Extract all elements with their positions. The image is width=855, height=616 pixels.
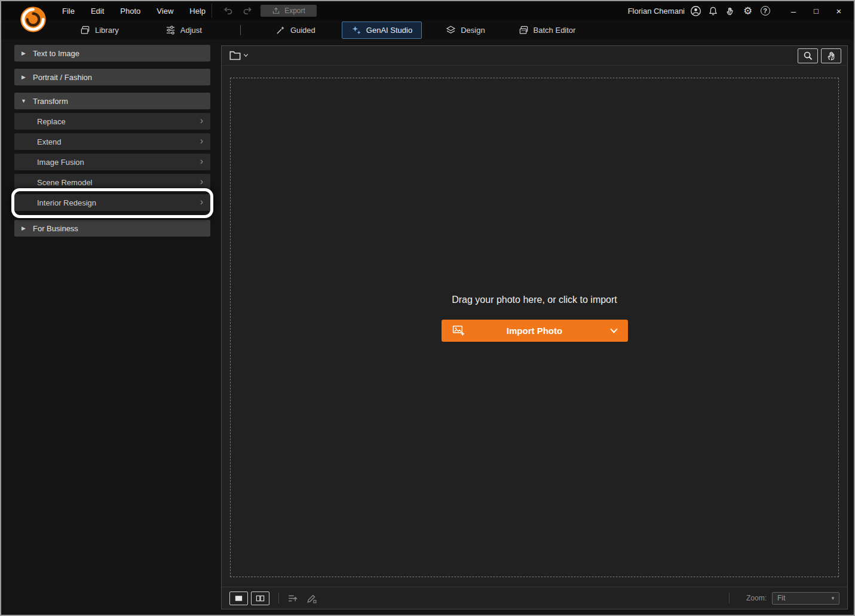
sidebar-item-image-fusion[interactable]: Image Fusion › — [14, 154, 210, 170]
section-label: For Business — [33, 224, 78, 233]
feedback-button[interactable] — [725, 4, 736, 17]
undo-button[interactable] — [221, 4, 234, 17]
tab-library[interactable]: Library — [80, 25, 119, 35]
tab-design[interactable]: Design — [446, 25, 485, 35]
menu-photo[interactable]: Photo — [120, 7, 140, 16]
user-circle-icon — [690, 5, 701, 17]
single-view-icon — [234, 594, 244, 603]
library-icon — [80, 25, 90, 35]
compare-view-icon — [255, 594, 265, 603]
menu-view[interactable]: View — [157, 7, 173, 16]
workspace-panel: Drag your photo here, or click to import… — [221, 45, 848, 609]
tab-genai-label: GenAI Studio — [366, 26, 412, 35]
tab-genai-studio-active[interactable]: GenAI Studio — [342, 22, 422, 39]
titlebar-right-cluster: Florian Chemani ⚙ ? – □ × — [628, 1, 850, 20]
transform-items: Replace › Extend › Image Fusion › Scene … — [14, 113, 210, 211]
sidebar-section-portrait-fashion[interactable]: ▶ Portrait / Fashion — [14, 69, 210, 85]
chevron-right-icon: › — [200, 116, 203, 127]
history-controls — [221, 1, 255, 20]
tab-batch-label: Batch Editor — [534, 26, 576, 35]
import-dropdown-chevron-icon — [609, 327, 618, 334]
collapsed-triangle-icon: ▶ — [14, 225, 33, 231]
sidebar-item-interior-redesign[interactable]: Interior Redesign › — [14, 194, 210, 211]
menu-bar: File Edit Photo View Help — [62, 1, 206, 20]
sidebar-item-replace[interactable]: Replace › — [14, 113, 210, 130]
item-label: Image Fusion — [37, 158, 84, 167]
settings-button[interactable]: ⚙ — [742, 4, 753, 17]
batch-editor-icon — [519, 25, 529, 35]
genai-sparkles-icon — [351, 25, 361, 35]
sidebar-item-extend[interactable]: Extend › — [14, 133, 210, 150]
single-view-button[interactable] — [229, 592, 248, 605]
chevron-right-icon: › — [200, 136, 203, 147]
pencil-edit-icon — [306, 593, 317, 604]
tab-guided[interactable]: Guided — [275, 25, 315, 35]
edit-in-module-button[interactable] — [304, 591, 318, 605]
section-label: Transform — [33, 97, 68, 106]
status-bar: Zoom: Fit ▼ — [222, 587, 847, 609]
guided-wand-icon — [275, 25, 286, 35]
maximize-button[interactable]: □ — [805, 1, 828, 20]
close-button[interactable]: × — [828, 1, 850, 20]
feedback-hand-icon — [725, 6, 736, 16]
item-label: Interior Redesign — [37, 198, 96, 207]
history-list-button[interactable] — [285, 591, 299, 605]
import-photo-icon — [452, 324, 465, 336]
export-label: Export — [284, 7, 305, 15]
window-controls: – □ × — [782, 1, 850, 20]
menu-edit[interactable]: Edit — [91, 7, 104, 16]
sidebar-item-scene-remodel[interactable]: Scene Remodel › — [14, 174, 210, 191]
bell-icon — [708, 6, 718, 16]
export-icon — [272, 7, 280, 15]
tab-design-label: Design — [461, 26, 485, 35]
item-label: Scene Remodel — [37, 178, 93, 187]
undo-icon — [222, 5, 233, 16]
tab-adjust-label: Adjust — [180, 26, 202, 35]
content-area: ▶ Text to Image ▶ Portrait / Fashion ▼ T… — [1, 39, 854, 615]
drop-zone-content: Drag your photo here, or click to import… — [222, 57, 847, 578]
statusbar-divider — [278, 593, 279, 603]
photo-canvas: Drag your photo here, or click to import… — [222, 66, 847, 587]
import-photo-button[interactable]: Import Photo — [442, 320, 628, 342]
help-button[interactable]: ? — [759, 4, 771, 17]
tab-library-label: Library — [95, 26, 119, 35]
chevron-right-icon: › — [200, 157, 203, 167]
tab-batch-editor[interactable]: Batch Editor — [519, 25, 576, 35]
list-export-icon — [287, 593, 298, 604]
zoom-value: Fit — [777, 594, 785, 602]
chevron-right-icon: › — [200, 177, 203, 188]
import-photo-label: Import Photo — [507, 326, 562, 336]
account-avatar-button[interactable] — [690, 4, 701, 17]
compare-view-button[interactable] — [251, 592, 269, 605]
item-label: Replace — [37, 117, 66, 126]
sidebar-section-for-business[interactable]: ▶ For Business — [14, 220, 210, 237]
tabrow-divider — [240, 25, 241, 35]
redo-icon — [243, 5, 253, 16]
redo-button[interactable] — [241, 4, 255, 17]
menu-file[interactable]: File — [62, 7, 75, 16]
export-button[interactable]: Export — [261, 5, 317, 17]
sidebar-section-text-to-image[interactable]: ▶ Text to Image — [14, 45, 210, 62]
design-layers-icon — [446, 25, 456, 35]
chevron-right-icon: › — [200, 197, 203, 208]
zoom-label: Zoom: — [746, 594, 767, 602]
dropdown-arrow-icon: ▼ — [831, 596, 835, 601]
sidebar-section-transform[interactable]: ▼ Transform — [14, 93, 210, 109]
collapsed-triangle-icon: ▶ — [14, 50, 33, 56]
adjust-sliders-icon — [166, 25, 176, 35]
user-name: Florian Chemani — [628, 7, 685, 16]
collapsed-triangle-icon: ▶ — [14, 74, 33, 80]
genai-sidebar: ▶ Text to Image ▶ Portrait / Fashion ▼ T… — [14, 45, 210, 244]
zoom-controls: Zoom: Fit ▼ — [723, 592, 839, 605]
title-bar: File Edit Photo View Help Export Florian… — [1, 1, 854, 20]
account-menu[interactable]: Florian Chemani — [628, 7, 685, 16]
zoom-level-dropdown[interactable]: Fit ▼ — [772, 592, 839, 605]
mode-tab-bar: Library Adjust Guided GenAI Studio Desig… — [1, 20, 854, 39]
tab-adjust[interactable]: Adjust — [166, 25, 202, 35]
minimize-button[interactable]: – — [782, 1, 805, 20]
menu-help[interactable]: Help — [189, 7, 206, 16]
section-label: Text to Image — [33, 49, 79, 58]
notifications-button[interactable] — [707, 4, 719, 17]
drop-hint-text: Drag your photo here, or click to import — [452, 295, 617, 305]
help-icon: ? — [761, 6, 770, 16]
